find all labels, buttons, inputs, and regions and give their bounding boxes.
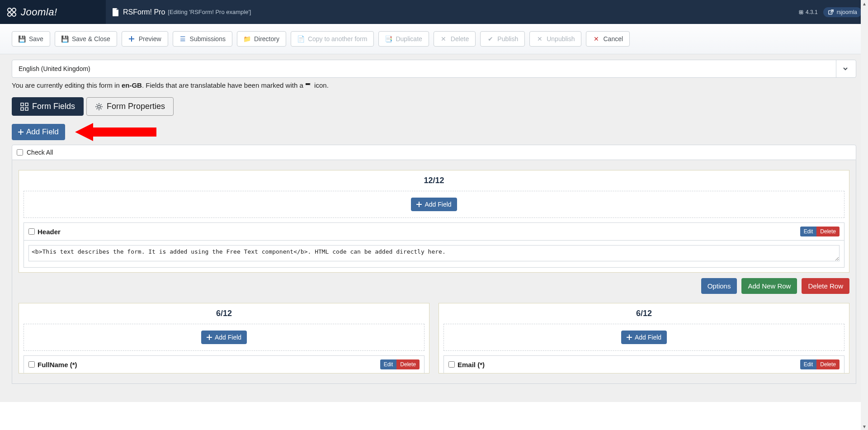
folder-icon: 📁 — [244, 36, 250, 43]
grid-icon — [20, 103, 28, 111]
gear-icon — [95, 103, 103, 111]
topbar: Joomla! RSForm! Pro [Editing 'RSForm! Pr… — [0, 0, 868, 24]
publish-button[interactable]: ✔Publish — [480, 31, 525, 47]
save-icon: 💾 — [19, 36, 25, 43]
field-body — [24, 241, 844, 267]
external-link-icon — [828, 9, 834, 15]
copy-button[interactable]: 📄Copy to another form — [291, 31, 374, 47]
field-edit-button[interactable]: Edit — [800, 359, 817, 369]
duplicate-button[interactable]: 📑Duplicate — [378, 31, 429, 47]
flag-icon — [305, 82, 312, 87]
layout-column: 6/12 Add Field Email (*) Edit — [439, 303, 849, 373]
save-close-button[interactable]: 💾Save & Close — [55, 31, 117, 47]
add-new-row-button[interactable]: Add New Row — [741, 278, 797, 294]
vertical-scrollbar[interactable]: ▲ ▼ — [861, 0, 868, 402]
tab-form-fields[interactable]: Form Fields — [12, 97, 84, 116]
brand-text: Joomla! — [21, 6, 57, 18]
file-icon — [112, 8, 119, 16]
field-delete-button[interactable]: Delete — [816, 359, 840, 369]
language-note: You are currently editing this form in e… — [12, 81, 856, 89]
submissions-button[interactable]: ☰Submissions — [173, 31, 232, 47]
svg-point-1 — [12, 8, 16, 12]
svg-point-5 — [801, 10, 803, 12]
field-textarea[interactable] — [28, 245, 840, 261]
field-header: Header Edit Delete — [24, 223, 844, 241]
svg-point-2 — [8, 13, 11, 16]
topbar-right: 4.3.1 rsjoomla — [798, 7, 868, 17]
field-name-label: Header — [28, 228, 61, 236]
svg-point-0 — [8, 8, 11, 12]
version-text: 4.3.1 — [806, 9, 818, 15]
field-name-label: FullName (*) — [28, 361, 77, 369]
check-all-label: Check All — [27, 149, 53, 156]
language-select[interactable]: English (United Kingdom) — [12, 60, 856, 78]
joomla-small-icon — [798, 9, 804, 15]
field-actions: Edit Delete — [800, 227, 840, 236]
save-button[interactable]: 💾Save — [12, 31, 50, 47]
content-area: English (United Kingdom) You are current… — [0, 54, 868, 402]
field-delete-button[interactable]: Delete — [396, 359, 420, 369]
copy-icon: 📑 — [385, 36, 392, 43]
add-field-button[interactable]: Add Field — [12, 124, 65, 140]
scroll-up-icon: ▲ — [861, 0, 868, 7]
drop-zone[interactable]: Add Field — [24, 191, 844, 218]
copy-icon: 📄 — [297, 36, 304, 43]
tab-form-properties[interactable]: Form Properties — [86, 97, 174, 116]
page-title-area: RSForm! Pro [Editing 'RSForm! Pro exampl… — [106, 8, 251, 16]
field-header: Email (*) Edit Delete — [444, 356, 844, 373]
svg-rect-12 — [25, 108, 28, 110]
chevron-down-icon — [836, 60, 854, 77]
x-icon: ✕ — [536, 36, 543, 43]
inner-add-field-button[interactable]: Add Field — [201, 331, 247, 344]
delete-row-button[interactable]: Delete Row — [802, 278, 849, 294]
options-button[interactable]: Options — [701, 278, 737, 294]
field-actions: Edit Delete — [380, 359, 420, 369]
joomla-icon — [6, 7, 17, 18]
plus-icon — [207, 335, 212, 340]
unpublish-button[interactable]: ✕Unpublish — [529, 31, 581, 47]
layout-column: 6/12 Add Field FullName (*) Edit — [19, 303, 429, 373]
drop-zone[interactable]: Add Field — [24, 324, 425, 351]
preview-button[interactable]: Preview — [122, 31, 168, 47]
field-header: FullName (*) Edit Delete — [24, 356, 424, 373]
brand[interactable]: Joomla! — [0, 0, 106, 24]
fields-panel: 12/12 Add Field Header Edit Delete — [12, 160, 856, 384]
field-checkbox[interactable] — [448, 361, 455, 368]
user-menu[interactable]: rsjoomla — [823, 7, 862, 17]
col-title: 6/12 — [24, 309, 425, 318]
x-icon: ✕ — [440, 36, 447, 43]
action-toolbar: 💾Save 💾Save & Close Preview ☰Submissions… — [0, 24, 868, 54]
delete-button[interactable]: ✕Delete — [434, 31, 476, 47]
check-icon: ✔ — [487, 36, 494, 43]
svg-point-7 — [801, 12, 803, 14]
plus-icon — [416, 202, 422, 207]
row-title: 12/12 — [24, 176, 844, 185]
version-badge: 4.3.1 — [798, 9, 818, 15]
row-actions: Options Add New Row Delete Row — [12, 273, 856, 294]
plus-icon — [18, 129, 24, 135]
check-all-checkbox[interactable] — [17, 149, 23, 156]
cancel-button[interactable]: ✕Cancel — [586, 31, 630, 47]
inner-add-field-button[interactable]: Add Field — [411, 198, 457, 211]
field-card: Email (*) Edit Delete — [443, 355, 844, 373]
two-column-row: 6/12 Add Field FullName (*) Edit — [19, 303, 849, 373]
col-title: 6/12 — [443, 309, 844, 318]
x-icon: ✕ — [593, 36, 599, 43]
layout-row: 12/12 Add Field Header Edit Delete — [19, 170, 849, 273]
save-icon: 💾 — [61, 36, 68, 43]
plus-icon — [128, 36, 135, 43]
field-checkbox[interactable] — [28, 361, 35, 368]
drop-zone[interactable]: Add Field — [443, 324, 844, 351]
field-name-label: Email (*) — [448, 361, 485, 369]
field-checkbox[interactable] — [28, 228, 35, 235]
svg-marker-14 — [75, 123, 156, 141]
svg-rect-11 — [21, 108, 24, 110]
plus-icon — [627, 335, 632, 340]
field-edit-button[interactable]: Edit — [800, 227, 817, 236]
svg-rect-10 — [25, 103, 28, 106]
directory-button[interactable]: 📁Directory — [237, 31, 286, 47]
field-edit-button[interactable]: Edit — [380, 359, 397, 369]
field-delete-button[interactable]: Delete — [816, 227, 840, 236]
inner-add-field-button[interactable]: Add Field — [621, 331, 667, 344]
field-card: FullName (*) Edit Delete — [24, 355, 425, 373]
